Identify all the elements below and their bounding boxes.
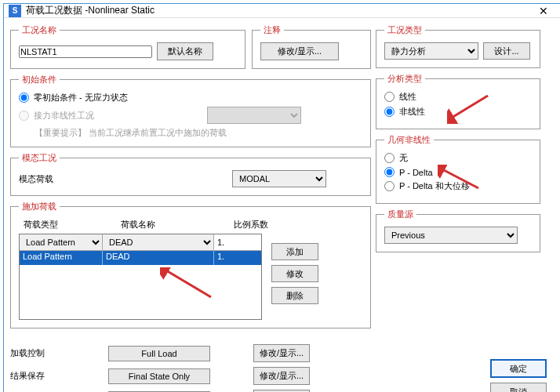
radio-pdelta-large-label: P - Delta 和大位移 <box>399 180 470 192</box>
cancel-button[interactable]: 取消 <box>490 383 547 392</box>
group-case-type: 工况类型 静力分析 设计... <box>376 24 540 68</box>
result-save-edit-button[interactable]: 修改/显示... <box>253 367 310 385</box>
load-ctrl-label: 加载控制 <box>10 347 96 359</box>
radio-nonlinear-label: 非线性 <box>399 106 425 118</box>
radio-continue <box>19 111 29 121</box>
case-type-select[interactable]: 静力分析 <box>384 42 478 60</box>
close-icon[interactable]: ✕ <box>529 5 558 17</box>
radio-geo-none-label: 无 <box>399 152 408 164</box>
legend-applied: 施加荷载 <box>19 201 60 212</box>
row-type: Load Pattern <box>20 251 103 265</box>
radio-geo-none[interactable] <box>384 153 395 163</box>
add-button[interactable]: 添加 <box>271 243 318 260</box>
radio-linear-label: 线性 <box>399 91 416 103</box>
loads-grid[interactable]: Load Pattern DEAD Load Pattern DEAD 1. <box>19 234 262 320</box>
load-ctrl-value: Full Load <box>108 346 210 361</box>
row-scale: 1. <box>214 251 261 265</box>
window-title: 荷载工况数据 -Nonlinear Static <box>26 4 525 17</box>
group-comment: 注释 修改/显示... <box>252 24 371 69</box>
radio-pdelta-large[interactable] <box>384 181 395 191</box>
radio-zero-initial[interactable] <box>19 93 29 103</box>
design-button[interactable]: 设计... <box>483 42 530 60</box>
load-ctrl-edit-button[interactable]: 修改/显示... <box>253 344 310 362</box>
legend-mass: 质量源 <box>384 209 416 220</box>
col-type-label: 荷载类型 <box>24 219 102 230</box>
result-save-value: Final State Only <box>108 368 210 384</box>
continue-case-select <box>207 107 301 124</box>
col-scale-label: 比例系数 <box>234 219 281 230</box>
radio-nonlinear[interactable] <box>384 107 395 117</box>
right-column: 工况类型 静力分析 设计... 分析类型 线性 非线性 <box>376 24 540 392</box>
group-mass-source: 质量源 Previous <box>376 209 540 252</box>
client-area: 工况名称 默认名称 注释 修改/显示... 初始条件 零 <box>4 18 560 392</box>
group-applied-loads: 施加荷载 荷载类型 荷载名称 比例系数 Load Pattern DEAD <box>10 201 371 328</box>
ok-button[interactable]: 确定 <box>490 359 547 378</box>
legend-analysis: 分析类型 <box>384 73 425 85</box>
radio-pdelta-label: P - Delta <box>399 168 433 177</box>
load-type-dropdown[interactable]: Load Pattern <box>20 234 103 250</box>
col-name-label: 荷载名称 <box>121 219 215 230</box>
load-name-dropdown[interactable]: DEAD <box>103 234 214 250</box>
modal-case-select[interactable]: MODAL <box>232 170 326 187</box>
modify-button[interactable]: 修改 <box>271 265 318 282</box>
modal-load-label: 模态荷载 <box>19 173 223 185</box>
table-row[interactable]: Load Pattern DEAD 1. <box>20 251 261 265</box>
window: S 荷载工况数据 -Nonlinear Static ✕ 工况名称 默认名称 注… <box>3 3 560 392</box>
group-case-name: 工况名称 默认名称 <box>10 24 245 69</box>
group-modal: 模态工况 模态荷载 MODAL <box>10 152 371 196</box>
group-initial: 初始条件 零初始条件 - 无应力状态 接力非线性工况 【重要提示】 当前工况继承… <box>10 74 371 147</box>
result-save-label: 结果保存 <box>10 370 96 382</box>
load-scale-input[interactable] <box>214 234 261 250</box>
left-column: 工况名称 默认名称 注释 修改/显示... 初始条件 零 <box>10 24 371 392</box>
default-name-button[interactable]: 默认名称 <box>157 42 213 60</box>
radio-zero-label: 零初始条件 - 无应力状态 <box>34 92 128 103</box>
legend-case-name: 工况名称 <box>19 24 60 36</box>
row-name: DEAD <box>103 251 214 265</box>
radio-linear[interactable] <box>384 92 395 102</box>
legend-case-type: 工况类型 <box>384 24 425 36</box>
legend-initial: 初始条件 <box>19 74 60 85</box>
mass-source-select[interactable]: Previous <box>384 227 518 244</box>
app-icon: S <box>9 5 21 17</box>
legend-geo: 几何非线性 <box>384 134 434 146</box>
legend-modal: 模态工况 <box>19 152 60 164</box>
radio-continue-label: 接力非线性工况 <box>34 110 94 122</box>
radio-pdelta[interactable] <box>384 167 395 177</box>
case-name-input[interactable] <box>19 45 152 58</box>
legend-comment: 注释 <box>260 24 284 36</box>
titlebar: S 荷载工况数据 -Nonlinear Static ✕ <box>4 4 560 18</box>
hint-text: 当前工况继承前置工况中施加的荷载 <box>89 128 227 137</box>
hint-prefix: 【重要提示】 <box>35 128 86 137</box>
group-geo-nonlinear: 几何非线性 无 P - Delta P - Delta 和大位移 <box>376 134 540 204</box>
comment-edit-button[interactable]: 修改/显示... <box>260 42 339 60</box>
group-analysis-type: 分析类型 线性 非线性 <box>376 73 540 129</box>
delete-button[interactable]: 删除 <box>271 287 318 304</box>
